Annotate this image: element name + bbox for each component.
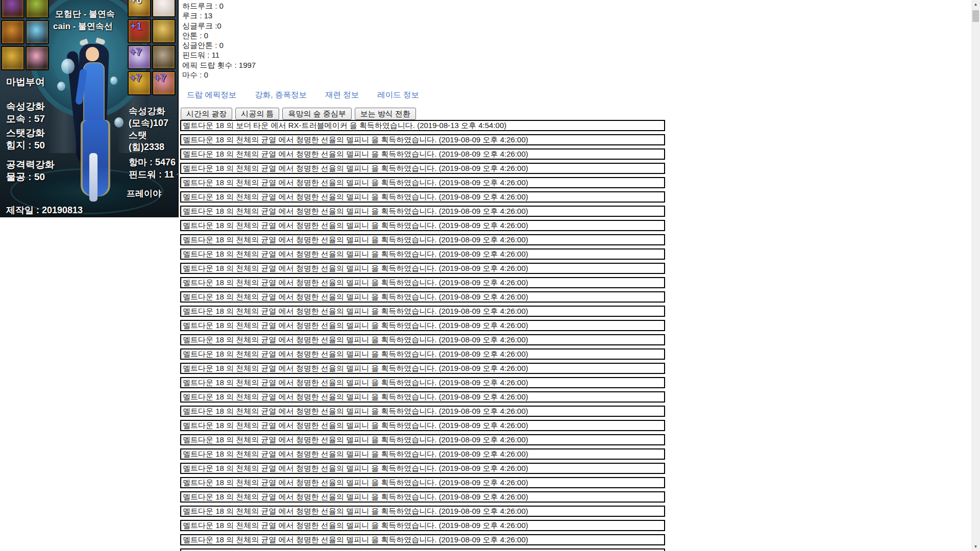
- counter-line: 싱글안톤 : 0: [182, 40, 256, 50]
- log-row: 멜트다운 18 의 천체의 균열 에서 청명한 선율의 델피니 을 획득하였습니…: [180, 434, 665, 445]
- bubble-decoration: [57, 82, 65, 91]
- stat-elemental-title: 속성강화: [6, 100, 45, 113]
- equip-icon-gold-idol: [1, 46, 24, 70]
- enhance-level-badge: +6: [129, 0, 142, 5]
- log-row: 멜트다운 18 의 천체의 균열 에서 청명한 선율의 델피니 을 획득하였습니…: [180, 491, 665, 503]
- equip-icon-pink-cube: +7: [152, 71, 176, 95]
- log-row: 멜트다운 18 의 천체의 균열 에서 청명한 선율의 델피니 을 획득하였습니…: [180, 220, 665, 231]
- equip-icon-frost-weapon: [26, 20, 49, 44]
- log-row: 멜트다운 18 의 천체의 균열 에서 청명한 선율의 델피니 을 획득하였습니…: [180, 406, 665, 417]
- scroll-up-button[interactable]: ▲: [971, 0, 980, 9]
- right-stat-elemental-value: (모속)107: [129, 117, 168, 129]
- counter-line: 안톤 : 0: [182, 31, 256, 40]
- character-art: [86, 47, 99, 61]
- counter-line: 싱글루크 :0: [182, 21, 256, 31]
- right-stat-stat-value: (힘)2338: [129, 141, 164, 153]
- drop-counter-list: 하드루크 : 0루크 : 13싱글루크 :0안톤 : 0싱글안톤 : 0핀드워 …: [182, 1, 256, 80]
- enhance-level-badge: +1: [129, 20, 142, 31]
- title-badge: 프레이야: [127, 188, 161, 199]
- log-row: 멜트다운 18 의 천체의 균열 에서 청명한 선율의 델피니 을 획득하였습니…: [180, 320, 665, 331]
- character-art: [89, 153, 97, 202]
- log-row: 멜트다운 18 의 천체의 균열 에서 청명한 선율의 델피니 을 획득하였습니…: [180, 277, 665, 288]
- equip-icon-purple-crystal: [1, 0, 24, 18]
- adventure-group-title: 모험단 - 불연속: [55, 8, 115, 20]
- log-row: 멜트다운 18 의 천체의 균열 에서 청명한 선율의 델피니 을 획득하였습니…: [180, 163, 665, 174]
- created-date: 제작일 : 20190813: [6, 204, 83, 216]
- log-row: 멜트다운 18 의 보더 타운 에서 RX-트러블메이커 을 획득하였습니다. …: [180, 120, 665, 131]
- page-scrollbar[interactable]: ▲ ▼: [971, 0, 980, 551]
- log-row: 멜트다운 18 의 천체의 균열 에서 청명한 선율의 델피니 을 획득하였습니…: [180, 191, 665, 203]
- scroll-up-icon: ▲: [974, 2, 978, 7]
- log-row: 멜트다운 18 의 천체의 균열 에서 청명한 선율의 델피니 을 획득하였습니…: [180, 234, 665, 245]
- info-nav-links: 드랍 에픽정보강화, 증폭정보재련 정보레이드 정보: [187, 90, 437, 101]
- stat-attack-value: 물공 : 50: [6, 170, 45, 184]
- filter-button-0[interactable]: 시간의 광장: [181, 108, 232, 120]
- log-row: 멜트다운 18 의 천체의 균열 에서 청명한 선율의 델피니 을 획득하였습니…: [180, 463, 665, 474]
- log-row: 멜트다운 18 의 천체의 균열 에서 청명한 선율의 델피니 을 획득하였습니…: [180, 148, 665, 160]
- scroll-down-button[interactable]: ▼: [971, 542, 980, 551]
- log-row: 멜트다운 18 의 천체의 균열 에서 청명한 선율의 델피니 을 획득하였습니…: [180, 391, 665, 403]
- bubble-decoration: [61, 59, 75, 74]
- log-row: 멜트다운 18 의 천체의 균열 에서 청명한 선율의 델피니 을 획득하였습니…: [180, 548, 665, 551]
- hangma-value: 항마 : 5476: [129, 156, 176, 168]
- nav-link-2[interactable]: 재련 정보: [325, 90, 359, 99]
- counter-line: 에픽 드랍 횟수 : 1997: [182, 60, 256, 70]
- log-row: 멜트다운 18 의 천체의 균열 에서 청명한 선율의 델피니 을 획득하였습니…: [180, 506, 665, 517]
- character-server-name: cain - 불연속선: [53, 20, 113, 32]
- counter-line: 핀드워 : 11: [182, 50, 256, 60]
- log-row: 멜트다운 18 의 천체의 균열 에서 청명한 선율의 델피니 을 획득하였습니…: [180, 248, 665, 260]
- equip-icon-star-burst: +7: [128, 45, 151, 69]
- nav-link-3[interactable]: 레이드 정보: [377, 90, 419, 99]
- enhance-level-badge: +7: [129, 72, 142, 83]
- enhance-level-badge: +7: [153, 72, 166, 83]
- counter-line: 루크 : 13: [182, 11, 256, 20]
- right-stat-stat-title: 스탯: [129, 129, 147, 141]
- equip-icon-orange-swirl: [1, 20, 24, 44]
- right-stat-elemental-title: 속성강화: [129, 105, 165, 117]
- counter-line: 하드루크 : 0: [182, 1, 256, 11]
- character-panel: +6+1+7+7+7 모험단 - 불연속 cain - 불연속선 마법부여 속성…: [0, 0, 178, 217]
- findwar-clear-value: 핀드워 : 11 클: [129, 168, 178, 181]
- equip-icon-gold-armor: +6: [128, 0, 151, 17]
- panel-right-edge: [178, 0, 179, 217]
- dungeon-filter-buttons: 시간의 광장시공의 틈욕망의 숲 중심부보는 방식 전환: [181, 108, 419, 120]
- drop-log-list: 멜트다운 18 의 보더 타운 에서 RX-트러블메이커 을 획득하였습니다. …: [180, 120, 665, 551]
- log-row: 멜트다운 18 의 천체의 균열 에서 청명한 선율의 델피니 을 획득하였습니…: [180, 448, 665, 460]
- log-row: 멜트다운 18 의 천체의 균열 에서 청명한 선율의 델피니 을 획득하였습니…: [180, 363, 665, 374]
- filter-button-2[interactable]: 욕망의 숲 중심부: [282, 108, 351, 120]
- equip-icon-crossed-bones: [152, 19, 176, 43]
- enhance-level-badge: +7: [129, 46, 142, 57]
- log-row: 멜트다운 18 의 천체의 균열 에서 청명한 선율의 델피니 을 획득하였습니…: [180, 134, 665, 145]
- nav-link-1[interactable]: 강화, 증폭정보: [255, 90, 307, 99]
- equip-icon-green-relic: [26, 0, 49, 18]
- avatar-icon-white-creature: [152, 0, 176, 17]
- stat-elemental-value: 모속 : 57: [6, 112, 45, 126]
- log-row: 멜트다운 18 의 천체의 균열 에서 청명한 선율의 델피니 을 획득하였습니…: [180, 534, 665, 545]
- log-row: 멜트다운 18 의 천체의 균열 에서 청명한 선율의 델피니 을 획득하였습니…: [180, 477, 665, 488]
- log-row: 멜트다운 18 의 천체의 균열 에서 청명한 선율의 델피니 을 획득하였습니…: [180, 348, 665, 360]
- equip-icon-gold-hook: +7: [128, 71, 151, 95]
- counter-line: 마수 : 0: [182, 70, 256, 80]
- bubble-decoration: [114, 117, 124, 128]
- equip-icon-gauntlet: [152, 45, 176, 69]
- log-row: 멜트다운 18 의 천체의 균열 에서 청명한 선율의 델피니 을 획득하였습니…: [180, 377, 665, 388]
- stat-attack-title: 공격력강화: [6, 158, 55, 171]
- nav-link-0[interactable]: 드랍 에픽정보: [187, 90, 236, 99]
- log-row: 멜트다운 18 의 천체의 균열 에서 청명한 선율의 델피니 을 획득하였습니…: [180, 291, 665, 303]
- scroll-down-icon: ▼: [974, 544, 978, 549]
- log-row: 멜트다운 18 의 천체의 균열 에서 청명한 선율의 델피니 을 획득하였습니…: [180, 306, 665, 317]
- filter-button-3[interactable]: 보는 방식 전환: [355, 108, 416, 120]
- log-row: 멜트다운 18 의 천체의 균열 에서 청명한 선율의 델피니 을 획득하였습니…: [180, 520, 665, 531]
- log-row: 멜트다운 18 의 천체의 균열 에서 청명한 선율의 델피니 을 획득하였습니…: [180, 420, 665, 431]
- log-row: 멜트다운 18 의 천체의 균열 에서 청명한 선율의 델피니 을 획득하였습니…: [180, 263, 665, 274]
- equip-icon-red-lips: +1: [128, 19, 151, 43]
- scrollbar-thumb[interactable]: [972, 10, 979, 22]
- stat-stat-title: 스탯강화: [6, 127, 45, 140]
- log-row: 멜트다운 18 의 천체의 균열 에서 청명한 선율의 델피니 을 획득하였습니…: [180, 206, 665, 217]
- stat-stat-value: 힘지 : 50: [6, 139, 45, 152]
- log-row: 멜트다운 18 의 천체의 균열 에서 청명한 선율의 델피니 을 획득하였습니…: [180, 177, 665, 188]
- filter-button-1[interactable]: 시공의 틈: [235, 108, 279, 120]
- avatar-icon-pink-character: [26, 46, 49, 70]
- bubble-decoration: [110, 77, 117, 85]
- log-row: 멜트다운 18 의 천체의 균열 에서 청명한 선율의 델피니 을 획득하였습니…: [180, 334, 665, 345]
